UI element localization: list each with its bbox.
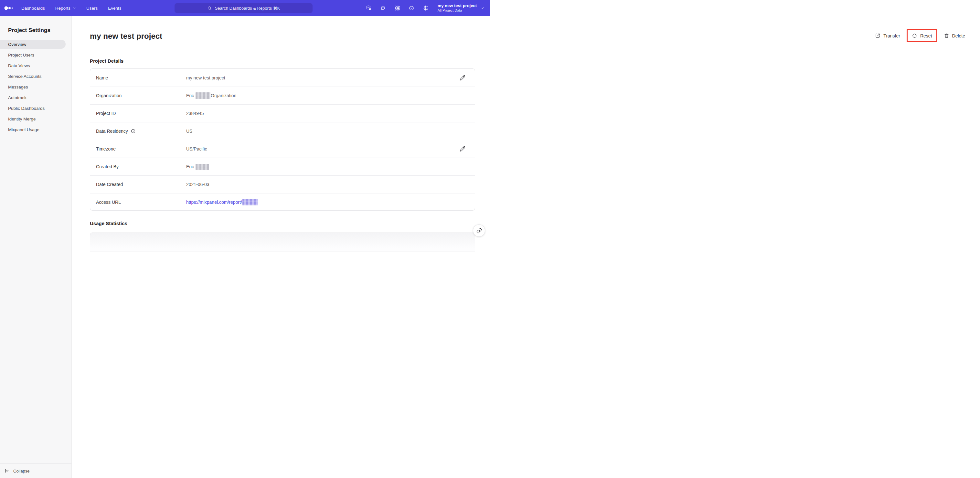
topbar-right: my new test project All Project Data xyxy=(366,0,485,16)
help-icon[interactable] xyxy=(409,5,414,11)
row-value: 2021-06-03 xyxy=(186,182,465,187)
project-selector[interactable]: my new test project All Project Data xyxy=(438,3,485,13)
current-data-view: All Project Data xyxy=(438,8,477,13)
sidebar-item-mixpanel-usage[interactable]: Mixpanel Usage xyxy=(0,124,72,135)
sidebar-title: Project Settings xyxy=(8,27,72,33)
sidebar-item-data-views[interactable]: Data Views xyxy=(0,60,72,71)
sidebar-item-overview[interactable]: Overview xyxy=(0,40,65,49)
apps-grid-icon[interactable] xyxy=(395,5,400,11)
search-icon xyxy=(207,6,212,11)
search-placeholder: Search Dashboards & Reports ⌘K xyxy=(215,6,280,11)
settings-gear-icon[interactable] xyxy=(423,5,429,11)
sidebar-item-messages[interactable]: Messages xyxy=(0,82,72,92)
usage-statistics-card xyxy=(90,233,475,239)
current-project-name: my new test project xyxy=(438,3,477,8)
data-management-icon[interactable] xyxy=(366,5,372,11)
table-row: Timezone US/Pacific xyxy=(90,140,475,157)
row-value: 2384945 xyxy=(186,111,465,116)
search-input[interactable]: Search Dashboards & Reports ⌘K xyxy=(175,3,313,13)
access-url-link[interactable]: https://mixpanel.com/report/ xyxy=(186,200,242,205)
nav-dashboards[interactable]: Dashboards xyxy=(21,6,45,11)
sidebar-item-public-dashboards[interactable]: Public Dashboards xyxy=(0,103,72,114)
row-value: https://mixpanel.com/report/ xyxy=(186,199,465,205)
copy-link-button[interactable] xyxy=(473,224,485,237)
table-row: Organization Eric Organization xyxy=(90,87,475,104)
row-value: my new test project xyxy=(186,75,460,80)
table-row: Access URL https://mixpanel.com/report/ xyxy=(90,193,475,211)
nav-users[interactable]: Users xyxy=(86,6,98,11)
edit-icon[interactable] xyxy=(460,75,465,81)
edit-icon[interactable] xyxy=(460,146,465,152)
nav-reports[interactable]: Reports xyxy=(55,6,76,11)
chevron-down-icon xyxy=(480,6,485,10)
sidebar-item-autotrack[interactable]: Autotrack xyxy=(0,92,72,103)
table-row: Project ID 2384945 xyxy=(90,104,475,122)
sidebar-item-project-users[interactable]: Project Users xyxy=(0,50,72,60)
row-value: Eric Organization xyxy=(186,92,465,99)
settings-sidebar: Project Settings Overview Project Users … xyxy=(0,16,72,239)
redacted-text xyxy=(242,199,258,205)
info-icon[interactable] xyxy=(130,129,136,134)
top-navigation: Dashboards Reports Users Events xyxy=(21,6,121,11)
section-heading-usage-statistics: Usage Statistics xyxy=(90,221,127,226)
project-details-card: Name my new test project Organization Er… xyxy=(90,68,475,211)
sidebar-item-identity-merge[interactable]: Identity Merge xyxy=(0,114,72,124)
table-row: Data Residency US xyxy=(90,122,475,140)
feedback-message-icon[interactable] xyxy=(380,5,386,11)
nav-events[interactable]: Events xyxy=(108,6,121,11)
row-value: US/Pacific xyxy=(186,146,460,151)
sidebar-item-service-accounts[interactable]: Service Accounts xyxy=(0,71,72,82)
redacted-text xyxy=(196,164,209,170)
table-row: Name my new test project xyxy=(90,69,475,87)
mixpanel-dots-logo[interactable] xyxy=(4,4,16,12)
row-value: Eric xyxy=(186,164,465,170)
topbar: Dashboards Reports Users Events Search D… xyxy=(0,0,490,16)
chevron-down-icon xyxy=(73,6,76,10)
page-title: my new test project xyxy=(90,32,162,41)
table-row: Date Created 2021-06-03 xyxy=(90,175,475,193)
row-value: US xyxy=(186,129,465,134)
redacted-text xyxy=(196,92,210,99)
link-icon xyxy=(476,228,482,233)
table-row: Created By Eric xyxy=(90,157,475,175)
section-heading-project-details: Project Details xyxy=(90,58,124,64)
